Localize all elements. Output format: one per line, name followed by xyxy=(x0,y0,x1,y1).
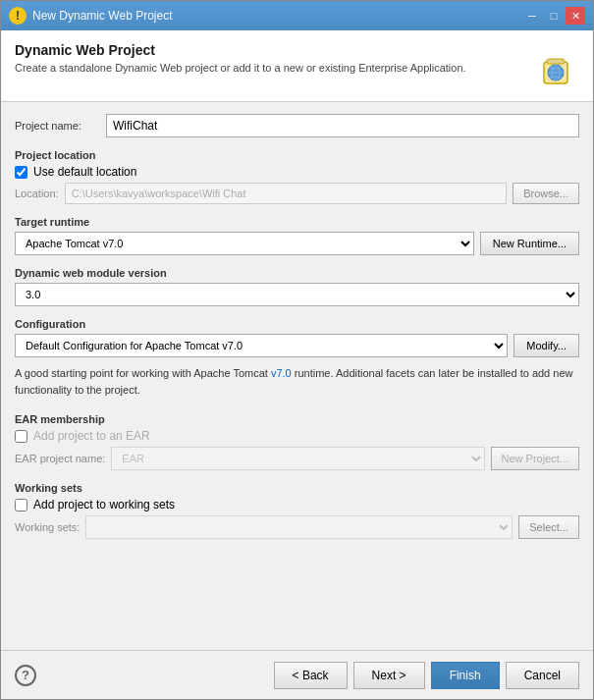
cancel-button[interactable]: Cancel xyxy=(506,662,579,689)
dynamic-web-module-select[interactable]: 3.0 2.5 2.4 2.3 2.2 xyxy=(15,283,579,306)
new-runtime-button[interactable]: New Runtime... xyxy=(480,232,579,255)
location-label: Location: xyxy=(15,188,59,199)
target-runtime-row: Apache Tomcat v7.0 None New Runtime... xyxy=(15,232,579,255)
configuration-group: Configuration Default Configuration for … xyxy=(15,318,579,402)
configuration-description: A good starting point for working with A… xyxy=(15,361,579,402)
title-bar-left: ! New Dynamic Web Project xyxy=(9,7,173,25)
content-area: Project name: Project location Use defau… xyxy=(1,102,593,650)
svg-rect-1 xyxy=(547,59,565,64)
footer-left: ? xyxy=(15,665,36,686)
help-icon[interactable]: ? xyxy=(15,665,36,686)
dynamic-web-module-group: Dynamic web module version 3.0 2.5 2.4 2… xyxy=(15,267,579,306)
ear-project-select: EAR xyxy=(111,447,484,470)
browse-button[interactable]: Browse... xyxy=(513,183,579,204)
location-input xyxy=(65,183,507,204)
configuration-row: Default Configuration for Apache Tomcat … xyxy=(15,334,579,357)
configuration-select[interactable]: Default Configuration for Apache Tomcat … xyxy=(15,334,508,357)
project-location-title: Project location xyxy=(15,149,579,161)
target-runtime-title: Target runtime xyxy=(15,216,579,228)
add-to-ear-checkbox[interactable] xyxy=(15,430,27,443)
ear-project-row: EAR project name: EAR New Project... xyxy=(15,447,579,470)
target-runtime-select[interactable]: Apache Tomcat v7.0 None xyxy=(15,232,474,255)
project-name-label: Project name: xyxy=(15,120,98,132)
use-default-location-label: Use default location xyxy=(33,165,136,179)
footer: ? < Back Next > Finish Cancel xyxy=(1,650,593,699)
maximize-button[interactable]: □ xyxy=(544,7,564,25)
ear-membership-title: EAR membership xyxy=(15,413,579,425)
window: ! New Dynamic Web Project ─ □ ✕ Dynamic … xyxy=(0,0,594,700)
next-button[interactable]: Next > xyxy=(353,662,425,689)
add-to-ear-row: Add project to an EAR xyxy=(15,429,579,443)
add-to-working-sets-row: Add project to working sets xyxy=(15,498,579,512)
working-sets-group: Working sets Add project to working sets… xyxy=(15,482,579,539)
header-description: Create a standalone Dynamic Web project … xyxy=(15,62,466,74)
header-text: Dynamic Web Project Create a standalone … xyxy=(15,42,466,74)
use-default-location-row: Use default location xyxy=(15,165,579,179)
globe-jar-icon xyxy=(532,42,579,89)
target-runtime-group: Target runtime Apache Tomcat v7.0 None N… xyxy=(15,216,579,255)
add-to-working-sets-label: Add project to working sets xyxy=(33,498,175,512)
location-row: Location: Browse... xyxy=(15,183,579,204)
add-to-ear-label: Add project to an EAR xyxy=(33,429,150,443)
warning-icon: ! xyxy=(9,7,27,25)
use-default-location-checkbox[interactable] xyxy=(15,166,27,179)
window-title: New Dynamic Web Project xyxy=(32,9,173,23)
project-name-input[interactable] xyxy=(106,114,579,137)
config-link-v7: v7.0 xyxy=(271,367,292,379)
configuration-title: Configuration xyxy=(15,318,579,330)
dynamic-web-module-title: Dynamic web module version xyxy=(15,267,579,279)
ear-membership-group: EAR membership Add project to an EAR EAR… xyxy=(15,413,579,470)
close-button[interactable]: ✕ xyxy=(566,7,585,25)
minimize-button[interactable]: ─ xyxy=(522,7,542,25)
title-bar-controls: ─ □ ✕ xyxy=(522,7,585,25)
add-to-working-sets-checkbox[interactable] xyxy=(15,499,27,512)
working-sets-label: Working sets: xyxy=(15,521,80,533)
finish-button[interactable]: Finish xyxy=(431,662,500,689)
new-project-button: New Project... xyxy=(491,447,579,470)
title-bar: ! New Dynamic Web Project ─ □ ✕ xyxy=(1,1,593,30)
project-location-group: Project location Use default location Lo… xyxy=(15,149,579,204)
back-button[interactable]: < Back xyxy=(274,662,348,689)
working-sets-row: Working sets: Select... xyxy=(15,515,579,539)
project-name-group: Project name: xyxy=(15,114,579,137)
modify-button[interactable]: Modify... xyxy=(513,334,579,357)
select-working-sets-button[interactable]: Select... xyxy=(518,515,579,539)
working-sets-select xyxy=(85,515,513,539)
header-section: Dynamic Web Project Create a standalone … xyxy=(1,30,593,102)
ear-project-label: EAR project name: xyxy=(15,453,105,464)
header-title: Dynamic Web Project xyxy=(15,42,466,58)
footer-buttons: < Back Next > Finish Cancel xyxy=(274,662,579,689)
working-sets-title: Working sets xyxy=(15,482,579,494)
